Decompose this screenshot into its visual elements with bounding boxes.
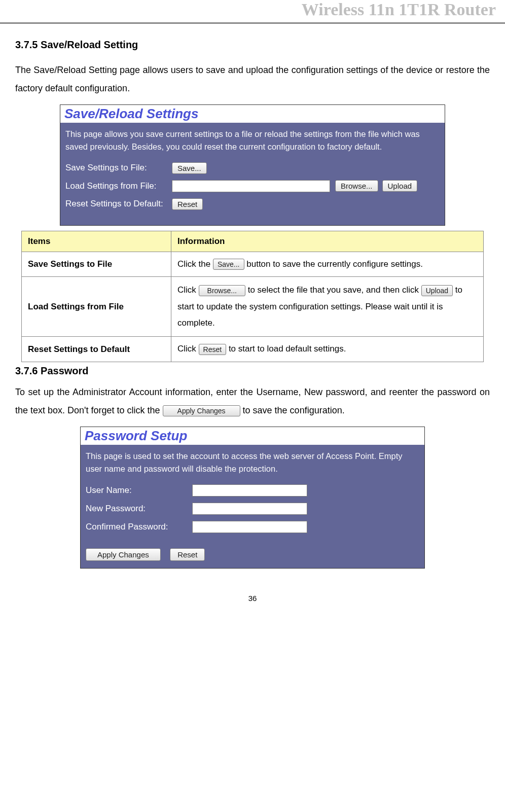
- section-heading-save-reload: 3.7.5 Save/Reload Setting: [15, 39, 490, 51]
- save-button[interactable]: Save...: [172, 162, 207, 174]
- row2-p2: to start to load default settings.: [229, 344, 346, 354]
- ss2-row2-label: New Password:: [86, 504, 192, 514]
- info-table: Items Information Save Settings to File …: [21, 231, 484, 363]
- row0-item: Save Settings to File: [22, 252, 171, 277]
- inline-upload-button: Upload: [421, 285, 453, 296]
- confirm-password-input[interactable]: [192, 521, 307, 533]
- table-row: Load Settings from File Click Browse... …: [22, 277, 484, 337]
- page-number: 36: [15, 594, 490, 603]
- inline-reset-button: Reset: [199, 344, 227, 355]
- header-title: Wireless 11n 1T1R Router: [302, 0, 496, 19]
- password-setup-screenshot: Password Setup This page is used to set …: [80, 427, 425, 569]
- row0-info: Click the Save... button to save the cur…: [171, 252, 484, 277]
- username-input[interactable]: [192, 484, 307, 497]
- row1-p2: to select the file that you save, and th…: [248, 285, 421, 295]
- browse-button[interactable]: Browse...: [335, 180, 378, 192]
- inline-save-button: Save...: [213, 259, 244, 270]
- row0-p1: Click the: [177, 259, 213, 269]
- ss2-title: Password Setup: [81, 427, 424, 445]
- inline-apply-changes-button: Apply Changes: [163, 405, 240, 416]
- th-info: Information: [171, 231, 484, 252]
- table-header-row: Items Information: [22, 231, 484, 252]
- ss1-row1-label: Save Settings to File:: [65, 163, 172, 173]
- ss2-row1-label: User Name:: [86, 485, 192, 496]
- th-items: Items: [22, 231, 171, 252]
- table-row: Reset Settings to Default Click Reset to…: [22, 337, 484, 362]
- new-password-input[interactable]: [192, 503, 307, 515]
- page-header: Wireless 11n 1T1R Router: [0, 0, 505, 24]
- section-intro: The Save/Reload Setting page allows user…: [15, 61, 490, 97]
- ss1-desc: This page allows you save current settin…: [65, 128, 440, 153]
- row2-info: Click Reset to start to load default set…: [171, 337, 484, 362]
- upload-button[interactable]: Upload: [382, 180, 418, 192]
- ss1-row3-label: Reset Settings to Default:: [65, 199, 172, 209]
- password-reset-button[interactable]: Reset: [170, 548, 205, 561]
- ss1-row2-label: Load Settings from File:: [65, 181, 172, 191]
- save-reload-screenshot: Save/Reload Settings This page allows yo…: [60, 104, 445, 226]
- load-file-input[interactable]: [172, 180, 330, 192]
- ss2-desc: This page is used to set the account to …: [86, 450, 419, 475]
- ss1-title: Save/Reload Settings: [60, 105, 445, 123]
- row1-item: Load Settings from File: [22, 277, 171, 337]
- row0-p2: button to save the currently configure s…: [246, 259, 423, 269]
- apply-changes-button[interactable]: Apply Changes: [86, 548, 161, 561]
- ss2-row3-label: Confirmed Password:: [86, 522, 192, 532]
- reset-button[interactable]: Reset: [172, 198, 203, 210]
- section2-p2: to save the configuration.: [243, 405, 345, 415]
- row2-p1: Click: [177, 344, 199, 354]
- row2-item: Reset Settings to Default: [22, 337, 171, 362]
- section2-body: To set up the Administrator Account info…: [15, 383, 490, 419]
- row1-p1: Click: [177, 285, 199, 295]
- table-row: Save Settings to File Click the Save... …: [22, 252, 484, 277]
- inline-browse-button: Browse...: [199, 285, 245, 296]
- row1-info: Click Browse... to select the file that …: [171, 277, 484, 337]
- section-heading-password: 3.7.6 Password: [15, 365, 490, 377]
